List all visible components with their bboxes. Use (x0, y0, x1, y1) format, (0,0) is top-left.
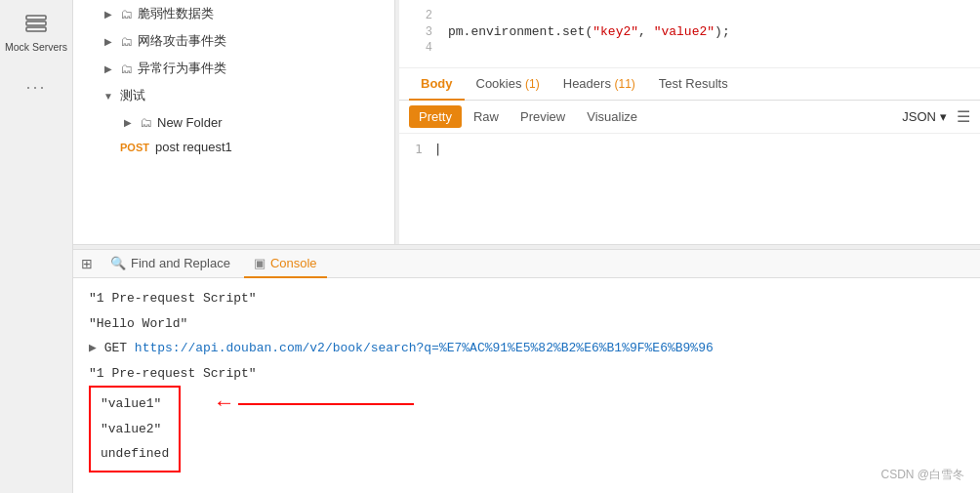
highlight-box: "value1" "value2" undefined (89, 386, 181, 472)
highlight-group: "value1" "value2" undefined (89, 386, 181, 472)
svg-rect-2 (26, 27, 46, 31)
svg-rect-1 (26, 21, 46, 25)
folder-icon: 🗂 (120, 62, 133, 76)
body-tab-raw[interactable]: Raw (464, 105, 509, 128)
mock-servers-icon (20, 10, 52, 37)
list-item[interactable]: POST post request1 (73, 135, 394, 159)
tab-body[interactable]: Body (409, 68, 465, 101)
list-item[interactable]: ▶ 🗂 New Folder (73, 109, 394, 135)
tab-cookies[interactable]: Cookies (1) (465, 68, 551, 101)
red-arrow-icon: ← (218, 391, 230, 416)
list-item[interactable]: ▶ 🗂 网络攻击事件类 (73, 27, 394, 55)
format-selector[interactable]: JSON ▾ (902, 109, 947, 124)
console-line: undefined (101, 441, 169, 467)
folder-icon: 🗂 (140, 115, 152, 130)
body-code-line: 1 | (415, 142, 964, 156)
tree-panel: ▶ 🗂 脆弱性数据类 ▶ 🗂 网络攻击事件类 ▶ 🗂 异常行为事件类 ▼ 测试 … (73, 0, 395, 244)
response-panel: 2 3 pm.environment.set("key2", "value2")… (399, 0, 980, 244)
console-line: "value1" (101, 391, 169, 417)
get-arrow: ▶ (89, 341, 97, 355)
sidebar-item-mock-servers[interactable]: Mock Servers (5, 10, 67, 54)
console-line: "value2" (101, 417, 169, 442)
request-url[interactable]: https://api.douban.com/v2/book/search?q=… (135, 341, 714, 355)
console-output: "1 Pre-request Script" "Hello World" ▶ G… (73, 278, 980, 493)
search-icon: 🔍 (110, 256, 126, 270)
list-item[interactable]: ▼ 测试 (73, 82, 394, 109)
chevron-right-icon: ▶ (101, 61, 116, 76)
red-arrow-line (238, 403, 414, 405)
code-editor: 2 3 pm.environment.set("key2", "value2")… (399, 0, 980, 68)
console-line: "1 Pre-request Script" (89, 286, 964, 311)
format-label: JSON (902, 109, 936, 124)
tab-find-replace[interactable]: 🔍 Find and Replace (101, 250, 240, 278)
main-content: ▶ 🗂 脆弱性数据类 ▶ 🗂 网络攻击事件类 ▶ 🗂 异常行为事件类 ▼ 测试 … (73, 0, 980, 493)
chevron-right-icon: ▶ (101, 33, 116, 49)
body-tab-pretty[interactable]: Pretty (409, 105, 462, 128)
chevron-down-icon: ▾ (940, 109, 947, 124)
tab-console-label: Console (270, 256, 317, 270)
sidebar: Mock Servers ··· (0, 0, 73, 493)
console-line: "1 Pre-request Script" (89, 361, 964, 387)
folder-icon: 🗂 (120, 34, 133, 49)
layout-icon[interactable]: ⊞ (81, 256, 93, 271)
code-line: 4 (399, 40, 980, 56)
line-number: 1 (415, 142, 423, 156)
bottom-pane: ⊞ 🔍 Find and Replace ▣ Console "1 Pre-re… (73, 249, 980, 493)
tab-headers[interactable]: Headers (11) (551, 68, 647, 101)
folder-icon: 🗂 (120, 7, 133, 21)
console-icon: ▣ (254, 256, 265, 270)
console-line: ▶ GET https://api.douban.com/v2/book/sea… (89, 336, 964, 361)
bottom-tab-bar: ⊞ 🔍 Find and Replace ▣ Console (73, 250, 980, 278)
code-line: 2 (399, 8, 980, 23)
chevron-right-icon: ▶ (120, 114, 136, 130)
top-pane: ▶ 🗂 脆弱性数据类 ▶ 🗂 网络攻击事件类 ▶ 🗂 异常行为事件类 ▼ 测试 … (73, 0, 980, 245)
lines-icon[interactable]: ☰ (957, 107, 970, 126)
body-content: 1 | (399, 134, 980, 244)
body-tab-preview[interactable]: Preview (510, 105, 575, 128)
method-badge: POST (120, 142, 149, 153)
body-toolbar: Pretty Raw Preview Visualize JSON ▾ ☰ (399, 101, 980, 134)
tab-find-replace-label: Find and Replace (131, 256, 230, 270)
chevron-right-icon: ▶ (101, 6, 116, 21)
sidebar-more-icon[interactable]: ··· (25, 77, 46, 98)
code-cursor: | (434, 142, 442, 156)
list-item[interactable]: ▶ 🗂 异常行为事件类 (73, 55, 394, 82)
mock-servers-label: Mock Servers (5, 41, 67, 54)
body-tab-visualize[interactable]: Visualize (577, 105, 647, 128)
svg-rect-0 (26, 16, 46, 20)
code-line: 3 pm.environment.set("key2", "value2"); (399, 23, 980, 40)
get-method: GET (104, 341, 135, 355)
list-item[interactable]: ▶ 🗂 脆弱性数据类 (73, 0, 394, 27)
response-tabs: Body Cookies (1) Headers (11) Test Resul… (399, 68, 980, 101)
console-line: "Hello World" (89, 311, 964, 337)
tab-test-results[interactable]: Test Results (647, 68, 740, 101)
tab-console[interactable]: ▣ Console (244, 250, 327, 278)
chevron-down-icon: ▼ (101, 88, 116, 103)
